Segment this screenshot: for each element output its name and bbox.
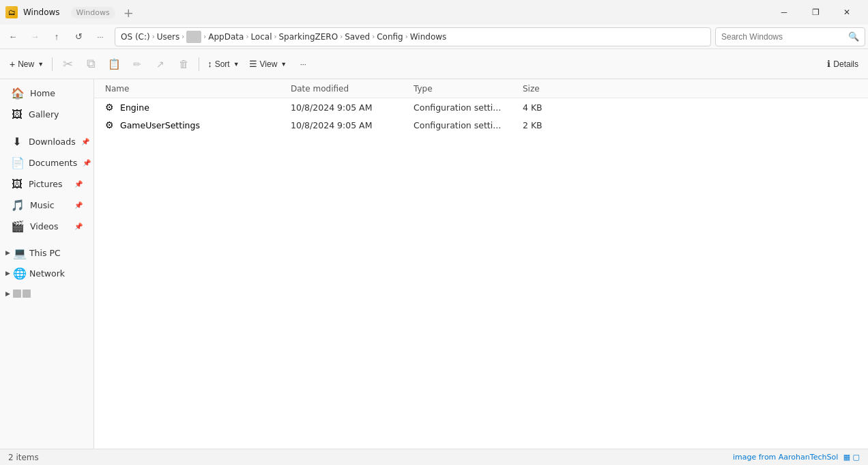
- tab-label[interactable]: Windows: [71, 7, 115, 18]
- this-pc-chevron-icon: ▶: [5, 249, 10, 256]
- breadcrumb[interactable]: OS (C:) › Users › › AppData › Local › Sp…: [115, 27, 711, 46]
- close-btn[interactable]: ✕: [831, 0, 863, 25]
- breadcrumb-item-8[interactable]: Config: [377, 32, 403, 42]
- watermark-label: image from AarohanTechSol: [733, 453, 838, 462]
- search-bar: 🔍: [715, 27, 865, 46]
- sidebar-item-home[interactable]: 🏠 Home: [3, 83, 91, 103]
- delete-btn[interactable]: 🗑: [173, 53, 194, 75]
- more-nav-btn[interactable]: ···: [90, 27, 111, 46]
- breadcrumb-sep-7: ›: [372, 33, 375, 40]
- search-input[interactable]: [721, 32, 845, 42]
- up-btn[interactable]: ↑: [46, 27, 67, 46]
- view-icon: ☰: [249, 59, 257, 69]
- file-row-gameusersettings-name: ⚙️ GameUserSettings: [100, 119, 291, 130]
- view-label: View: [260, 59, 278, 69]
- sidebar-item-music[interactable]: 🎵 Music 📌: [3, 195, 91, 215]
- col-header-name[interactable]: Name: [100, 84, 291, 94]
- gameusersettings-file-icon: ⚙️: [105, 119, 116, 130]
- item-count: 2 items: [8, 453, 39, 462]
- gameusersettings-date: 10/8/2024 9:05 AM: [291, 120, 414, 130]
- network-chevron-icon: ▶: [5, 270, 10, 277]
- engine-file-icon: ⚙️: [105, 102, 116, 113]
- col-header-size[interactable]: Size: [523, 84, 577, 94]
- watermark-text: image from AarohanTechSol ▦ ▢: [733, 453, 860, 462]
- videos-pin-icon: 📌: [74, 223, 83, 230]
- sidebar-item-gallery[interactable]: 🖼 Gallery: [3, 104, 91, 124]
- breadcrumb-sep-6: ›: [340, 33, 343, 40]
- home-icon: 🏠: [11, 87, 25, 100]
- sidebar-item-pictures[interactable]: 🖼 Pictures 📌: [3, 173, 91, 194]
- file-row-engine[interactable]: ⚙️ Engine 10/8/2024 9:05 AM Configuratio…: [94, 98, 868, 116]
- watermark-icons: ▦ ▢: [843, 453, 860, 462]
- extra-icon: [13, 290, 31, 298]
- share-btn[interactable]: ↗: [149, 53, 171, 75]
- gameusersettings-size: 2 KB: [523, 120, 577, 130]
- new-icon: +: [10, 59, 15, 70]
- sort-btn[interactable]: ↕ Sort ▼: [203, 53, 243, 75]
- gallery-icon: 🖼: [11, 108, 23, 121]
- sidebar-item-downloads[interactable]: ⬇ Downloads 📌: [3, 131, 91, 152]
- file-list: Name Date modified Type Size ⚙️ Engine 1…: [94, 79, 868, 449]
- sidebar-item-home-label: Home: [30, 88, 55, 98]
- downloads-icon: ⬇: [11, 135, 23, 148]
- documents-pin-icon: 📌: [83, 159, 91, 167]
- more-toolbar-btn[interactable]: ···: [292, 53, 314, 75]
- breadcrumb-item-7[interactable]: Saved: [345, 32, 370, 42]
- engine-size: 4 KB: [523, 102, 577, 113]
- paste-btn[interactable]: 📋: [103, 53, 125, 75]
- gameusersettings-type: Configuration setti...: [414, 120, 523, 130]
- pictures-pin-icon: 📌: [74, 180, 83, 188]
- sidebar-item-extra[interactable]: ▶: [0, 283, 93, 304]
- videos-icon: 🎬: [11, 220, 25, 233]
- cut-btn[interactable]: ✂: [57, 53, 78, 75]
- restore-btn[interactable]: ❐: [800, 0, 831, 25]
- search-icon[interactable]: 🔍: [848, 31, 859, 42]
- nav-bar: ← → ↑ ↺ ··· OS (C:) › Users › › AppData …: [0, 25, 868, 49]
- sidebar-item-this-pc[interactable]: ▶ 💻 This PC: [0, 242, 93, 263]
- copy-btn[interactable]: ⧉: [80, 53, 102, 75]
- breadcrumb-sep-4: ›: [246, 33, 248, 40]
- network-icon: 🌐: [13, 267, 27, 280]
- title-bar: 🗂 Windows Windows + ─ ❐ ✕: [0, 0, 868, 25]
- new-tab-btn[interactable]: +: [124, 5, 134, 20]
- sidebar-item-downloads-label: Downloads: [29, 137, 76, 147]
- new-btn[interactable]: + New ▼: [5, 53, 48, 75]
- view-btn[interactable]: ☰ View ▼: [245, 53, 291, 75]
- rename-btn[interactable]: ✏: [126, 53, 148, 75]
- refresh-btn[interactable]: ↺: [68, 27, 89, 46]
- details-btn[interactable]: ℹ Details: [823, 53, 863, 75]
- pictures-icon: 🖼: [11, 178, 23, 191]
- breadcrumb-item-9[interactable]: Windows: [410, 32, 447, 42]
- sidebar-item-videos-label: Videos: [30, 221, 59, 231]
- breadcrumb-item-6[interactable]: SparkingZERO: [279, 32, 338, 42]
- downloads-pin-icon: 📌: [81, 138, 89, 145]
- details-icon: ℹ: [827, 59, 830, 69]
- new-label: New: [18, 59, 34, 69]
- gameusersettings-name-text: GameUserSettings: [120, 120, 200, 130]
- engine-name-text: Engine: [120, 102, 149, 113]
- sidebar-item-network[interactable]: ▶ 🌐 Network: [0, 263, 93, 283]
- toolbar: + New ▼ ✂ ⧉ 📋 ✏ ↗ 🗑 ↕ Sort ▼ ☰ View ▼ ··…: [0, 49, 868, 79]
- col-header-date[interactable]: Date modified: [291, 84, 414, 94]
- minimize-btn[interactable]: ─: [768, 0, 800, 25]
- file-row-gameusersettings[interactable]: ⚙️ GameUserSettings 10/8/2024 9:05 AM Co…: [94, 116, 868, 134]
- col-header-type[interactable]: Type: [414, 84, 523, 94]
- title-text: Windows: [23, 8, 60, 17]
- forward-btn[interactable]: →: [25, 27, 45, 46]
- sidebar-item-this-pc-label: This PC: [29, 248, 61, 258]
- breadcrumb-item-1[interactable]: OS (C:): [121, 32, 150, 42]
- status-bar: 2 items image from AarohanTechSol ▦ ▢: [0, 449, 868, 465]
- sidebar: 🏠 Home 🖼 Gallery ⬇ Downloads 📌 📄 Documen…: [0, 79, 94, 449]
- breadcrumb-item-5[interactable]: Local: [250, 32, 272, 42]
- breadcrumb-item-3[interactable]: [186, 31, 201, 43]
- sidebar-item-gallery-label: Gallery: [29, 109, 59, 119]
- breadcrumb-item-4[interactable]: AppData: [208, 32, 244, 42]
- main-layout: 🏠 Home 🖼 Gallery ⬇ Downloads 📌 📄 Documen…: [0, 79, 868, 449]
- sidebar-item-videos[interactable]: 🎬 Videos 📌: [3, 216, 91, 236]
- toolbar-sep-1: [52, 57, 53, 71]
- details-label: Details: [833, 59, 858, 69]
- breadcrumb-item-2[interactable]: Users: [157, 32, 180, 42]
- back-btn[interactable]: ←: [3, 27, 23, 46]
- engine-type: Configuration setti...: [414, 102, 523, 113]
- sidebar-item-documents[interactable]: 📄 Documents 📌: [3, 152, 91, 173]
